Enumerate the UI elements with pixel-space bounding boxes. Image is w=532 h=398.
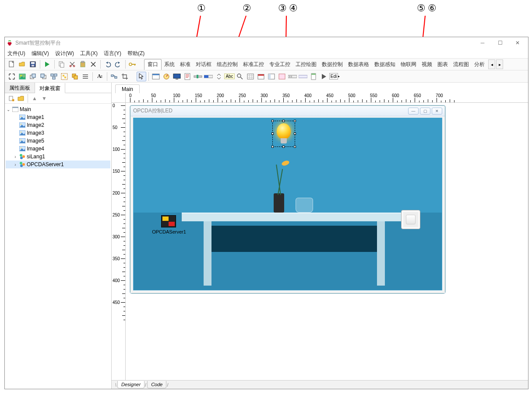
lightbulb-image[interactable] — [274, 122, 293, 145]
window-minimize-button[interactable]: ─ — [474, 38, 491, 47]
palette-toolbar-icon[interactable] — [288, 72, 297, 81]
tool-list-icon[interactable] — [81, 72, 90, 81]
palette-statusbar-icon[interactable] — [298, 72, 308, 81]
wall-switch-image[interactable] — [401, 210, 420, 229]
palette-slider-icon[interactable] — [193, 72, 203, 81]
cat-system[interactable]: 系统 — [162, 61, 177, 68]
dw-minimize-button[interactable]: — — [408, 108, 419, 115]
palette-doc-icon[interactable] — [309, 72, 318, 81]
selection-handle[interactable] — [271, 146, 274, 148]
cat-data-aware[interactable]: 数据感知 — [372, 61, 398, 68]
copy-button[interactable] — [57, 59, 67, 69]
palette-layout-icon[interactable] — [267, 72, 276, 81]
cat-std-industrial[interactable]: 标准工控 — [240, 61, 267, 68]
palette-calendar-icon[interactable] — [256, 72, 266, 81]
cat-scroll-right[interactable]: ▸ — [496, 59, 503, 69]
cat-standard[interactable]: 标准 — [177, 61, 193, 68]
run-button[interactable] — [42, 59, 52, 69]
tool-fit-icon[interactable] — [7, 72, 17, 81]
palette-note-icon[interactable] — [183, 72, 192, 81]
selection-handle[interactable] — [294, 133, 296, 135]
window-close-button[interactable]: ✕ — [509, 38, 526, 47]
tab-object-view[interactable]: 对象视窗 — [35, 83, 65, 93]
palette-form-icon[interactable] — [151, 72, 161, 81]
paste-button[interactable] — [78, 59, 88, 69]
bottom-tab-designer[interactable]: Designer — [117, 381, 144, 388]
palette-progress-icon[interactable] — [204, 72, 213, 81]
selection-handle[interactable] — [282, 120, 285, 122]
window-maximize-button[interactable]: ☐ — [491, 38, 509, 47]
cat-data-control[interactable]: 数据控制 — [319, 61, 345, 68]
menu-language[interactable]: 语言(Y) — [104, 50, 121, 57]
palette-panel2-icon[interactable] — [277, 72, 287, 81]
menu-tools[interactable]: 工具(X) — [80, 50, 98, 57]
cat-dialog[interactable]: 对话框 — [193, 61, 214, 68]
tree-new-icon[interactable] — [7, 94, 16, 103]
selection-handle[interactable] — [294, 146, 296, 148]
selection-handle[interactable] — [271, 133, 274, 135]
tree-node-image1[interactable]: Image1 — [6, 113, 110, 121]
tree-node-opcdaserver1[interactable]: ›OPCDAServer1 — [6, 161, 110, 168]
palette-grid-icon[interactable] — [246, 72, 255, 81]
tree-node-image5[interactable]: Image5 — [6, 137, 110, 145]
opcda-component-icon[interactable] — [161, 215, 176, 227]
new-button[interactable] — [7, 59, 17, 69]
design-window-body[interactable]: OPCDAServer1 — [130, 116, 445, 293]
menu-help[interactable]: 帮助(Z) — [127, 50, 144, 57]
menu-file[interactable]: 文件(U) — [7, 50, 25, 57]
cat-analyze[interactable]: 分析 — [472, 61, 487, 68]
palette-dropdown-arrow-icon[interactable] — [214, 72, 224, 81]
tree-node-image2[interactable]: Image2 — [6, 121, 110, 129]
cat-industrial-draw[interactable]: 工控绘图 — [293, 61, 319, 68]
save-button[interactable] — [28, 59, 38, 69]
menu-edit[interactable]: 编辑(V) — [32, 50, 49, 57]
tool-text-icon[interactable]: AI — [95, 72, 105, 81]
tree-node-image3[interactable]: Image3 — [6, 129, 110, 137]
cat-config-control[interactable]: 组态控制 — [214, 61, 240, 68]
cat-window[interactable]: 窗口 — [144, 59, 162, 70]
key-button[interactable] — [128, 59, 137, 69]
tool-layers-icon[interactable] — [70, 72, 80, 81]
undo-button[interactable] — [103, 59, 113, 69]
menu-design[interactable]: 设计(W) — [55, 50, 74, 57]
tree-node-silang1[interactable]: ›siLang1 — [6, 153, 110, 161]
tool-tab-order-icon[interactable] — [109, 72, 119, 81]
palette-zoom-icon[interactable] — [235, 72, 245, 81]
palette-pointer-icon[interactable] — [137, 72, 146, 81]
design-window[interactable]: OPCDA控制LED — ▢ ✕ — [130, 105, 445, 293]
selection-handle[interactable] — [282, 146, 285, 148]
dw-close-button[interactable]: ✕ — [432, 108, 442, 115]
cat-iot[interactable]: 物联网 — [398, 61, 419, 68]
cat-pro-industrial[interactable]: 专业工控 — [267, 61, 293, 68]
selection-handle[interactable] — [271, 120, 274, 122]
tool-crop-icon[interactable] — [120, 72, 130, 81]
delete-button[interactable] — [88, 59, 98, 69]
tool-image-icon[interactable] — [18, 72, 27, 81]
doc-tab-main[interactable]: Main — [115, 84, 140, 93]
cat-flow[interactable]: 流程图 — [451, 61, 472, 68]
dw-maximize-button[interactable]: ▢ — [420, 108, 430, 115]
tree-node-image4[interactable]: Image4 — [6, 145, 110, 153]
cat-video[interactable]: 视频 — [419, 61, 435, 68]
bottom-tab-code[interactable]: Code — [147, 381, 166, 388]
tool-align-icon[interactable] — [49, 72, 59, 81]
tab-property-panel[interactable]: 属性面板 — [5, 83, 35, 93]
palette-play-icon[interactable] — [319, 72, 329, 81]
tool-send-back-icon[interactable] — [39, 72, 48, 81]
redo-button[interactable] — [113, 59, 123, 69]
cat-data-table[interactable]: 数据表格 — [345, 61, 372, 68]
palette-label-icon[interactable]: Abc — [225, 72, 234, 81]
palette-edit-icon[interactable]: Edi▸ — [330, 72, 339, 81]
tree-down-icon[interactable]: ▼ — [40, 94, 49, 103]
palette-gauge-icon[interactable] — [162, 72, 171, 81]
cat-chart[interactable]: 图表 — [435, 61, 451, 68]
palette-monitor-icon[interactable] — [172, 72, 182, 81]
tree-folder-icon[interactable] — [17, 94, 25, 103]
tree-up-icon[interactable]: ▲ — [30, 94, 39, 103]
selection-handle[interactable] — [294, 120, 296, 122]
tool-bring-front-icon[interactable] — [28, 72, 38, 81]
design-canvas[interactable]: OPCDA控制LED — ▢ ✕ — [126, 103, 528, 389]
cut-button[interactable] — [67, 59, 77, 69]
tree-node-main[interactable]: ⌄ Main — [6, 105, 110, 113]
open-button[interactable] — [18, 59, 27, 69]
